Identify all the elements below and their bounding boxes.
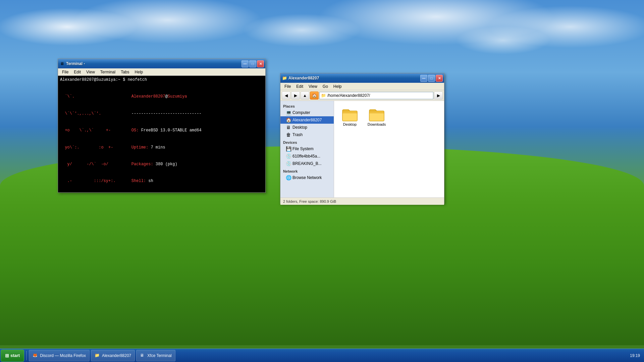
svg-rect-3 — [369, 113, 384, 121]
folder-downloads-icon — [369, 106, 385, 122]
sidebar-desktop-label: Desktop — [292, 125, 307, 130]
terminal-minimize-btn[interactable]: — — [241, 60, 249, 67]
filemanager-maximize-btn[interactable]: □ — [428, 75, 435, 82]
firefox-icon: 🦊 — [33, 353, 38, 358]
start-label: start — [10, 353, 20, 358]
taskbar-divider — [26, 351, 27, 360]
sidebar-filesystem-label: File System — [292, 146, 314, 151]
taskbar-item-filemanager[interactable]: 📁 Alexander88207 — [91, 350, 135, 361]
svg-rect-1 — [342, 113, 357, 121]
sidebar-610-label: 610ffe4bb45a... — [292, 154, 320, 159]
fm-go-btn[interactable]: ▶ — [434, 92, 443, 100]
filemanager-minimize-btn[interactable]: — — [420, 75, 427, 82]
sidebar-item-home[interactable]: 🏠 Alexander88207 — [280, 116, 334, 124]
terminal-close-btn[interactable]: ✕ — [257, 60, 264, 67]
sidebar-item-desktop[interactable]: 🖥 Desktop — [280, 124, 334, 131]
home-icon: 🏠 — [286, 117, 291, 123]
taskbar-terminal-label: Xfce Terminal — [147, 353, 171, 358]
filemanager-titlebar: 📁 Alexander88207 — □ ✕ — [280, 73, 444, 83]
fm-back-btn[interactable]: ◀ — [282, 92, 290, 100]
terminal-window: 🖥 Terminal - — □ ✕ File Edit View Termin… — [58, 59, 266, 193]
disc610-icon: 💿 — [286, 154, 291, 159]
terminal-menu-tabs[interactable]: Tabs — [118, 69, 132, 75]
filemanager-taskbar-icon: 📁 — [95, 353, 100, 358]
clock-time: 19:19 — [630, 353, 640, 358]
start-button[interactable]: ⊞ start — [1, 350, 24, 362]
fm-menu-file[interactable]: File — [282, 83, 293, 89]
terminal-menu-help[interactable]: Help — [132, 69, 146, 75]
sidebar-breaking-label: BREAKING_B... — [292, 161, 322, 166]
sidebar-item-breaking[interactable]: 💿 BREAKING_B... — [280, 160, 334, 167]
terminal-title-text: Terminal - — [66, 61, 241, 66]
taskbar-item-firefox[interactable]: 🦊 Discord — Mozilla Firefox — [29, 350, 90, 361]
sidebar-item-browsenetwork[interactable]: 🌐 Browse Network — [280, 174, 334, 181]
fm-menu-help[interactable]: Help — [331, 83, 344, 89]
fm-up-btn[interactable]: ▲ — [301, 92, 309, 100]
filemanager-toolbar: ◀ ▶ ▲ 🏠 📁 /home/Alexander88207/ ▶ — [280, 90, 444, 101]
taskbar-item-terminal[interactable]: 🖥 Xfce Terminal — [136, 350, 175, 361]
filemanager-statusbar: 2 folders, Free space: 890.9 GiB — [280, 197, 444, 205]
folder-desktop-icon — [342, 106, 358, 122]
terminal-titlebar: 🖥 Terminal - — □ ✕ — [58, 59, 265, 68]
filemanager-body: Places 💻 Computer 🏠 Alexander88207 🖥 Des… — [280, 101, 444, 197]
terminal-menu-edit[interactable]: Edit — [71, 69, 84, 75]
taskbar-clock: 19:19 — [626, 353, 644, 358]
discbreaking-icon: 💿 — [286, 161, 291, 166]
terminal-content[interactable]: Alexander88207@Suzumiya:~ $ neofetch `\`… — [58, 76, 265, 192]
terminal-taskbar-icon: 🖥 — [140, 353, 145, 358]
sidebar-item-filesystem[interactable]: 💾 File System — [280, 145, 334, 153]
computer-icon: 💻 — [286, 110, 291, 115]
terminal-window-controls: — □ ✕ — [241, 60, 264, 67]
terminal-menu-terminal[interactable]: Terminal — [98, 69, 118, 75]
fm-home-btn[interactable]: 🏠 — [310, 92, 319, 100]
sidebar-home-label: Alexander88207 — [292, 118, 322, 122]
taskbar-firefox-label: Discord — Mozilla Firefox — [40, 353, 86, 358]
filemanager-status-text: 2 folders, Free space: 890.9 GiB — [283, 199, 336, 203]
fm-menu-view[interactable]: View — [306, 83, 320, 89]
sidebar-places-header: Places — [280, 102, 334, 109]
terminal-title-icon: 🖥 — [59, 61, 65, 66]
terminal-menubar: File Edit View Terminal Tabs Help — [58, 68, 265, 76]
sidebar-item-610[interactable]: 💿 610ffe4bb45a... — [280, 153, 334, 160]
filemanager-menubar: File Edit View Go Help — [280, 83, 444, 90]
sidebar-trash-label: Trash — [292, 132, 303, 137]
file-item-desktop[interactable]: Desktop — [338, 105, 362, 128]
sidebar-browsenetwork-label: Browse Network — [292, 175, 322, 180]
file-downloads-label: Downloads — [368, 122, 386, 126]
file-item-downloads[interactable]: Downloads — [365, 105, 388, 128]
filemanager-window: 📁 Alexander88207 — □ ✕ File Edit View Go… — [280, 73, 444, 204]
sidebar-item-computer[interactable]: 💻 Computer — [280, 109, 334, 116]
fm-address-bar[interactable]: 📁 /home/Alexander88207/ — [319, 92, 433, 99]
sidebar-network-header: Network — [280, 167, 334, 174]
sidebar-devices-header: Devices — [280, 138, 334, 145]
fm-forward-btn[interactable]: ▶ — [291, 92, 300, 100]
fm-address-text: /home/Alexander88207/ — [327, 93, 370, 98]
desktop: 🖥 Terminal - — □ ✕ File Edit View Termin… — [0, 0, 644, 362]
network-icon: 🌐 — [286, 175, 291, 180]
fm-menu-edit[interactable]: Edit — [293, 83, 306, 89]
windows-logo-icon: ⊞ — [5, 353, 9, 358]
terminal-maximize-btn[interactable]: □ — [249, 60, 256, 67]
sidebar-computer-label: Computer — [292, 110, 310, 115]
taskbar: ⊞ start 🦊 Discord — Mozilla Firefox 📁 Al… — [0, 349, 644, 362]
terminal-menu-file[interactable]: File — [59, 69, 71, 75]
filemanager-main: Desktop Downloads — [334, 101, 444, 197]
taskbar-filemanager-label: Alexander88207 — [102, 353, 131, 358]
filemanager-title-icon: 📁 — [282, 75, 287, 81]
filemanager-window-controls: — □ ✕ — [420, 75, 443, 82]
fm-menu-go[interactable]: Go — [320, 83, 331, 89]
filemanager-sidebar: Places 💻 Computer 🏠 Alexander88207 🖥 Des… — [280, 101, 334, 197]
desktop-sidebar-icon: 🖥 — [286, 125, 291, 130]
filemanager-title-text: Alexander88207 — [288, 76, 420, 80]
trash-icon: 🗑 — [286, 132, 291, 137]
terminal-menu-view[interactable]: View — [84, 69, 98, 75]
sidebar-item-trash[interactable]: 🗑 Trash — [280, 131, 334, 138]
filemanager-close-btn[interactable]: ✕ — [436, 75, 443, 82]
file-desktop-label: Desktop — [343, 122, 357, 126]
filesystem-icon: 💾 — [286, 146, 291, 152]
